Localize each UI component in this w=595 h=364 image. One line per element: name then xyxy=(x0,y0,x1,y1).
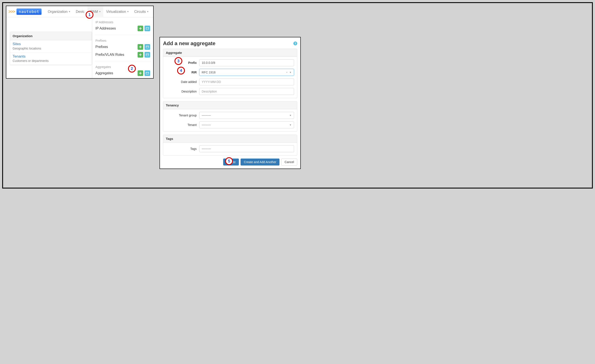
date-added-input[interactable] xyxy=(199,78,294,85)
dd-item-label: Aggregates xyxy=(95,71,113,75)
nav-label: Devic xyxy=(76,10,85,14)
database-icon xyxy=(146,46,149,48)
add-rir-button[interactable] xyxy=(138,78,143,79)
plus-icon xyxy=(139,72,142,75)
org-sites-row[interactable]: Sites Geographic locations xyxy=(10,40,92,53)
add-ip-button[interactable] xyxy=(138,26,143,31)
dd-prefix-roles[interactable]: Prefix/VLAN Roles xyxy=(95,51,151,59)
date-added-label: Date added xyxy=(166,80,197,84)
tenant-label: Tenant xyxy=(166,123,197,127)
add-aggregate-button[interactable] xyxy=(138,70,143,76)
plus-icon xyxy=(139,46,142,48)
nav-devices[interactable]: Devic xyxy=(74,7,87,17)
add-role-button[interactable] xyxy=(138,52,143,57)
aggregate-card: Aggregate 3 4 Prefix RIR RFC 1918 × xyxy=(163,49,297,98)
select-placeholder: --------- xyxy=(202,114,211,117)
cancel-button[interactable]: Cancel xyxy=(281,159,297,166)
add-prefix-button[interactable] xyxy=(138,44,143,50)
card-header: Tags xyxy=(163,135,297,143)
caret-down-icon: ▼ xyxy=(68,10,71,13)
tags-card: Tags Tags --------- xyxy=(163,135,297,155)
tags-label: Tags xyxy=(166,147,197,151)
callout-5: 5 xyxy=(225,157,233,165)
dd-section-header: IP Addresses xyxy=(95,19,151,25)
nav-dropdown-panel: >>> nautobot Organization ▼ Devic IPAM ▼… xyxy=(6,6,154,79)
svg-point-3 xyxy=(146,72,149,73)
brand-chevrons: >>> xyxy=(8,9,15,14)
dd-section-header: Prefixes xyxy=(95,38,151,43)
form-title: Add a new aggregate xyxy=(163,40,215,47)
callout-1: 1 xyxy=(86,11,93,19)
caret-down-icon: ▼ xyxy=(289,114,292,117)
caret-down-icon: ▼ xyxy=(127,10,129,13)
tenant-select[interactable]: --------- ▼ xyxy=(199,121,294,128)
import-role-button[interactable] xyxy=(144,52,150,57)
clear-icon[interactable]: × xyxy=(286,71,288,74)
description-input[interactable] xyxy=(199,88,294,95)
import-ip-button[interactable] xyxy=(144,26,150,31)
svg-point-1 xyxy=(146,46,149,47)
navbar: >>> nautobot Organization ▼ Devic IPAM ▼… xyxy=(6,6,153,17)
dd-prefixes[interactable]: Prefixes xyxy=(95,43,151,51)
import-prefix-button[interactable] xyxy=(144,44,150,50)
add-aggregate-form-panel: Add a new aggregate ? Aggregate 3 4 Pref… xyxy=(160,37,301,169)
callout-2: 2 xyxy=(128,65,136,73)
help-icon[interactable]: ? xyxy=(293,42,297,45)
description-label: Description xyxy=(166,90,197,93)
sites-link[interactable]: Sites xyxy=(13,42,21,46)
svg-point-2 xyxy=(146,53,149,54)
caret-down-icon: ▼ xyxy=(289,124,292,126)
screenshot-frame: >>> nautobot Organization ▼ Devic IPAM ▼… xyxy=(2,2,593,189)
dd-ip-addresses[interactable]: IP Addresses xyxy=(95,25,151,33)
nav-virtualization[interactable]: Virtualization ▼ xyxy=(104,7,131,17)
organization-card: Organization Sites Geographic locations … xyxy=(10,32,92,65)
rir-selected-value: RFC 1918 xyxy=(202,70,216,74)
tags-input[interactable]: --------- xyxy=(199,145,294,152)
card-header: Tenancy xyxy=(163,101,297,109)
dd-item-label: IP Addresses xyxy=(95,27,116,30)
select-placeholder: --------- xyxy=(202,147,211,151)
rir-select[interactable]: RFC 1918 × ▼ xyxy=(199,69,294,76)
dd-item-label: Prefix/VLAN Roles xyxy=(95,53,124,57)
dd-section-header: Aggregates xyxy=(95,64,151,70)
database-icon xyxy=(146,72,149,75)
sites-subtitle: Geographic locations xyxy=(13,47,89,50)
dd-aggregates[interactable]: Aggregates xyxy=(95,70,151,77)
plus-icon xyxy=(139,27,142,30)
caret-down-icon: ▼ xyxy=(99,10,101,13)
ipam-dropdown-menu: IP Addresses IP Addresses Prefixes Prefi… xyxy=(92,17,153,79)
nav-organization[interactable]: Organization ▼ xyxy=(46,7,73,17)
brand-logo[interactable]: nautobot xyxy=(16,8,42,15)
database-icon xyxy=(146,27,149,30)
caret-down-icon: ▼ xyxy=(289,71,292,74)
database-icon xyxy=(146,53,149,56)
tenants-subtitle: Customers or departments xyxy=(13,59,89,63)
card-header: Aggregate xyxy=(163,49,297,57)
caret-down-icon: ▼ xyxy=(147,10,149,13)
select-placeholder: --------- xyxy=(202,123,211,127)
dd-item-label: Prefixes xyxy=(95,45,108,49)
org-tenants-row[interactable]: Tenants Customers or departments xyxy=(10,53,92,65)
callout-4: 4 xyxy=(177,67,185,75)
plus-icon xyxy=(139,53,142,56)
tenant-group-label: Tenant group xyxy=(166,114,197,117)
import-rir-button[interactable] xyxy=(144,78,150,79)
nav-label: Circuits xyxy=(134,10,146,14)
nav-circuits[interactable]: Circuits ▼ xyxy=(132,7,151,17)
import-aggregate-button[interactable] xyxy=(144,70,150,76)
callout-3: 3 xyxy=(175,57,182,65)
tenant-group-select[interactable]: --------- ▼ xyxy=(199,112,294,119)
nav-label: Organization xyxy=(48,10,68,14)
card-header: Organization xyxy=(10,32,92,40)
tenants-link[interactable]: Tenants xyxy=(13,54,26,58)
svg-point-0 xyxy=(146,27,149,28)
create-add-another-button[interactable]: Create and Add Another xyxy=(241,159,279,166)
tenancy-card: Tenancy Tenant group --------- ▼ Tenant xyxy=(163,101,297,132)
dd-rirs[interactable]: RIRs xyxy=(95,77,151,79)
nav-label: Virtualization xyxy=(106,10,126,14)
prefix-input[interactable] xyxy=(199,59,294,66)
